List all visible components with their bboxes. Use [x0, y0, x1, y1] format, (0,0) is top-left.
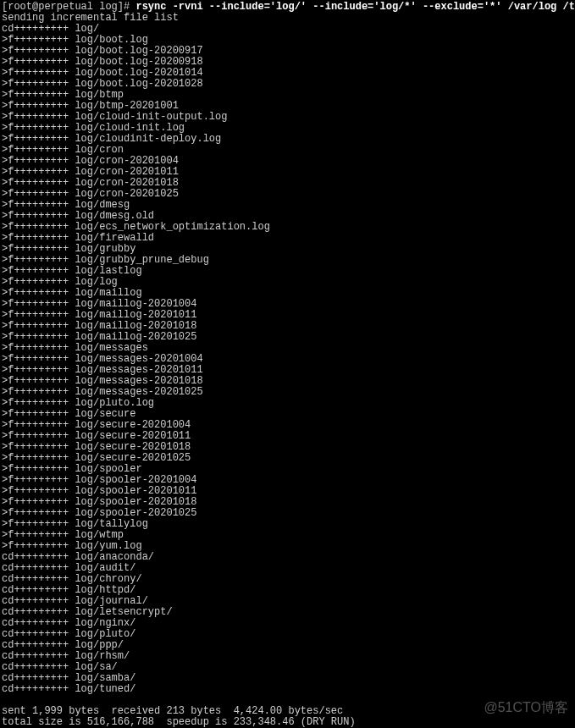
file-list: cd+++++++++ log/>f+++++++++ log/boot.log…	[0, 24, 575, 695]
prompt: [root@perpetual log]#	[2, 1, 135, 13]
terminal-output: [root@perpetual log]# rsync -rvni --incl…	[0, 2, 575, 728]
command-text: rsync -rvni --include='log/' --include='…	[135, 1, 575, 13]
file-entry: cd+++++++++ log/tuned/	[0, 684, 575, 695]
watermark: @51CTO博客	[484, 702, 568, 713]
summary-line-2: total size is 516,166,788 speedup is 233…	[0, 717, 575, 728]
